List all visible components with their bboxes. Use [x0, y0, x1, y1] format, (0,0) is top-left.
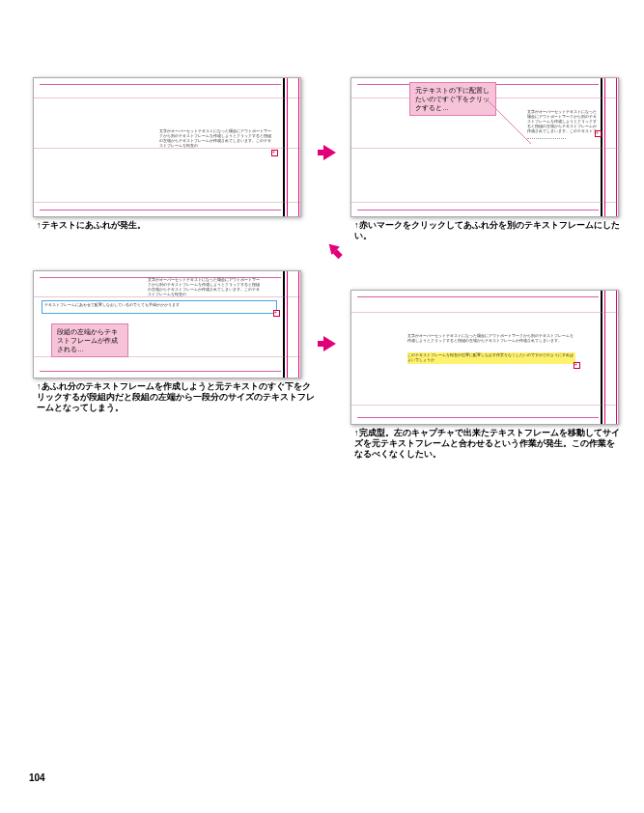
final-text-highlight: このテキストフレームを現在の位置に配置しなおす作業をなくしたいのですがどのように…: [407, 352, 575, 364]
out-port-icon[interactable]: [574, 362, 580, 369]
caption-panel-4: ↑完成型。左のキャプチャで出来たテキストフレームを移動してサイズを元テキストフレ…: [354, 428, 621, 460]
page-number: 104: [29, 772, 45, 783]
caption-panel-2: ↑赤いマークをクリックしてあふれ分を別のテキストフレームにしたい。: [354, 220, 621, 241]
arrow-right-icon: [323, 336, 336, 351]
overset-text: 文字がオーバーセットテキストになった場合にアウトポートマークから別のテキストフレ…: [159, 128, 271, 154]
out-port-icon[interactable]: [273, 310, 280, 317]
arrow-right-icon: [323, 145, 336, 160]
panel-1: 文字がオーバーセットテキストになった場合にアウトポートマークから別のテキストフレ…: [33, 77, 301, 217]
original-text: 文字がオーバーセットテキストになった場合にアウトポートマークから別のテキストフレ…: [148, 277, 260, 296]
document-page: 文字がオーバーセットテキストになった場合にアウトポートマークから別のテキストフレ…: [0, 0, 644, 813]
caption-panel-3: ↑あふれ分のテキストフレームを作成しようと元テキストのすぐ下をクリックするが段組…: [37, 381, 317, 413]
arrow-down-left-icon: [324, 239, 345, 260]
autocreated-frame-text: テキストフレームにあわせて配置しなおしているのでとても手間がかかります: [44, 302, 272, 310]
caption-panel-1: ↑テキストにあふれが発生。: [37, 220, 303, 231]
click-target-area: [527, 138, 566, 147]
final-text-top: 文字がオーバーセットテキストになった場合にアウトポートマークから別のテキストフレ…: [407, 333, 575, 352]
overset-out-port-icon[interactable]: [271, 150, 278, 156]
overset-text: 文字がオーバーセットテキストになった場合にアウトポートマークから別のテキストフレ…: [527, 109, 597, 134]
panel-3: 文字がオーバーセットテキストになった場合にアウトポートマークから別のテキストフレ…: [33, 270, 301, 378]
overset-out-port-icon[interactable]: [595, 130, 602, 137]
callout-panel-3: 段組の左端からテキストフレームが作成される…: [51, 323, 128, 357]
svg-line-0: [487, 99, 531, 144]
panel-2: 元テキストの下に配置したいのですぐ下をクリックすると… 文字がオーバーセットテキ…: [350, 77, 619, 217]
callout-leader-icon: [487, 96, 533, 150]
panel-4: 文字がオーバーセットテキストになった場合にアウトポートマークから別のテキストフレ…: [350, 290, 619, 425]
callout-panel-2: 元テキストの下に配置したいのですぐ下をクリックすると…: [409, 82, 496, 116]
autocreated-frame: テキストフレームにあわせて配置しなおしているのでとても手間がかかります: [42, 300, 277, 314]
